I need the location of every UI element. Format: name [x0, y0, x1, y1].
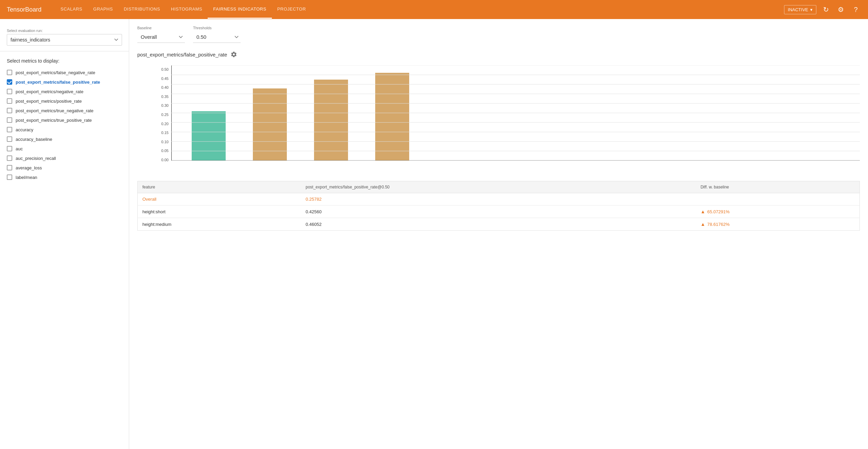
- metric-item-4[interactable]: post_export_metrics/true_negative_rate: [7, 106, 122, 115]
- metric-item-8[interactable]: auc: [7, 144, 122, 153]
- chart-header: post_export_metrics/false_positive_rate: [137, 51, 860, 58]
- table-cell-diff-1: ▲65.07291%: [696, 205, 860, 218]
- diff-cell-2: ▲78.61762%: [700, 221, 855, 227]
- y-label-8: 0.40: [154, 85, 169, 89]
- y-label-7: 0.35: [154, 95, 169, 99]
- y-label-0: 0.00: [154, 158, 169, 162]
- metric-label-7: accuracy_baseline: [16, 137, 52, 142]
- metric-label-9: auc_precision_recall: [16, 156, 56, 161]
- table-cell-value-2: 0.46052: [301, 218, 696, 231]
- metric-item-10[interactable]: average_loss: [7, 163, 122, 172]
- table-cell-feature-0[interactable]: Overall: [138, 193, 301, 205]
- metric-label-3: post_export_metrics/positive_rate: [16, 99, 82, 104]
- y-label-4: 0.20: [154, 122, 169, 126]
- threshold-select[interactable]: 0.50: [193, 31, 241, 43]
- table-cell-value-1: 0.42560: [301, 205, 696, 218]
- metric-item-1[interactable]: post_export_metrics/false_positive_rate: [7, 77, 122, 87]
- threshold-label: Thresholds: [193, 26, 241, 30]
- brand: TensorBoard: [7, 6, 41, 13]
- table-header: feature post_export_metrics/false_positi…: [138, 181, 860, 193]
- metric-label-2: post_export_metrics/negative_rate: [16, 89, 83, 94]
- col-feature: feature: [138, 181, 301, 193]
- metric-checkbox-2: [7, 89, 12, 94]
- metric-label-4: post_export_metrics/true_negative_rate: [16, 108, 93, 113]
- diff-cell-1: ▲65.07291%: [700, 209, 855, 214]
- metric-checkbox-1: [7, 79, 12, 85]
- y-label-3: 0.15: [154, 131, 169, 135]
- nav-graphs[interactable]: GRAPHS: [88, 0, 118, 19]
- main-layout: Select evaluation run: fairness_indicato…: [0, 19, 868, 449]
- nav-distributions[interactable]: DISTRIBUTIONS: [118, 0, 166, 19]
- col-diff: Diff. w. baseline: [696, 181, 860, 193]
- overall-value: 0.25782: [306, 197, 322, 202]
- nav-links: SCALARS GRAPHS DISTRIBUTIONS HISTOGRAMS …: [55, 0, 784, 19]
- metric-label-6: accuracy: [16, 127, 33, 132]
- y-label-6: 0.30: [154, 103, 169, 107]
- diff-pct-2: 78.61762%: [707, 222, 730, 227]
- help-button[interactable]: ?: [850, 4, 861, 15]
- metric-item-7[interactable]: accuracy_baseline: [7, 134, 122, 144]
- table-row: height:short0.42560▲65.07291%: [138, 205, 860, 218]
- table-row: Overall0.25782: [138, 193, 860, 205]
- metric-item-0[interactable]: post_export_metrics/false_negative_rate: [7, 68, 122, 77]
- bar-short: [314, 80, 348, 161]
- metric-label-10: average_loss: [16, 165, 42, 170]
- metrics-list: post_export_metrics/false_negative_ratep…: [7, 68, 122, 182]
- topnav-right: INACTIVE ▾ ↻ ⚙ ?: [784, 4, 861, 15]
- chart-section: post_export_metrics/false_positive_rate …: [137, 51, 860, 174]
- metric-checkbox-7: [7, 136, 12, 142]
- settings-button[interactable]: ⚙: [835, 4, 846, 15]
- nav-fairness-indicators[interactable]: FAIRNESS INDICATORS: [208, 0, 272, 19]
- metric-checkbox-10: [7, 165, 12, 170]
- data-table: feature post_export_metrics/false_positi…: [137, 181, 860, 231]
- metric-item-3[interactable]: post_export_metrics/positive_rate: [7, 96, 122, 106]
- threshold-control: Thresholds 0.50: [193, 26, 241, 43]
- nav-histograms[interactable]: HISTOGRAMS: [166, 0, 208, 19]
- metric-label-11: label/mean: [16, 175, 37, 180]
- status-label: INACTIVE: [788, 7, 808, 12]
- eval-run-label: Select evaluation run:: [7, 29, 122, 33]
- bar-chart-svg: Overall tall short medium: [171, 65, 477, 161]
- overall-link[interactable]: Overall: [142, 197, 156, 202]
- status-dropdown[interactable]: INACTIVE ▾: [784, 5, 816, 14]
- y-axis-labels: 0.00 0.05 0.10 0.15 0.20 0.25 0.30 0.35 …: [154, 65, 169, 161]
- table-cell-feature-1: height:short: [138, 205, 301, 218]
- metric-checkbox-5: [7, 117, 12, 123]
- topnav: TensorBoard SCALARS GRAPHS DISTRIBUTIONS…: [0, 0, 868, 19]
- nav-projector[interactable]: PROJECTOR: [272, 0, 311, 19]
- metric-item-11[interactable]: label/mean: [7, 172, 122, 182]
- y-label-5: 0.25: [154, 113, 169, 117]
- sidebar: Select evaluation run: fairness_indicato…: [0, 19, 129, 449]
- metric-checkbox-0: [7, 70, 12, 75]
- bar-medium: [375, 73, 409, 161]
- refresh-button[interactable]: ↻: [820, 4, 831, 15]
- col-metric: post_export_metrics/false_positive_rate@…: [301, 181, 696, 193]
- y-label-10: 0.50: [154, 67, 169, 71]
- metric-item-9[interactable]: auc_precision_recall: [7, 153, 122, 163]
- metric-checkbox-11: [7, 174, 12, 180]
- content-area: Baseline Overall Thresholds 0.50 post_ex…: [129, 19, 868, 449]
- sidebar-divider: [0, 51, 129, 51]
- chart-settings-icon[interactable]: [230, 51, 237, 58]
- baseline-select[interactable]: Overall: [137, 31, 185, 43]
- eval-run-select[interactable]: fairness_indicators: [7, 34, 122, 46]
- bar-chart-container: 0.00 0.05 0.10 0.15 0.20 0.25 0.30 0.35 …: [137, 62, 860, 174]
- metrics-section: Select metrics to display: post_export_m…: [0, 54, 129, 186]
- table-row: height:medium0.46052▲78.61762%: [138, 218, 860, 231]
- metric-label-8: auc: [16, 146, 23, 151]
- metric-item-5[interactable]: post_export_metrics/true_positive_rate: [7, 115, 122, 125]
- metric-item-2[interactable]: post_export_metrics/negative_rate: [7, 87, 122, 96]
- metric-item-6[interactable]: accuracy: [7, 125, 122, 134]
- metric-label-1: post_export_metrics/false_positive_rate: [16, 80, 100, 85]
- table-cell-value-0: 0.25782: [301, 193, 696, 205]
- diff-pct-1: 65.07291%: [707, 209, 730, 214]
- metric-checkbox-6: [7, 127, 12, 132]
- y-label-2: 0.10: [154, 140, 169, 144]
- chevron-down-icon: ▾: [810, 7, 813, 12]
- y-label-1: 0.05: [154, 149, 169, 153]
- metric-label-0: post_export_metrics/false_negative_rate: [16, 70, 95, 75]
- metric-checkbox-3: [7, 98, 12, 104]
- metric-label-5: post_export_metrics/true_positive_rate: [16, 118, 92, 123]
- nav-scalars[interactable]: SCALARS: [55, 0, 88, 19]
- metric-checkbox-4: [7, 108, 12, 113]
